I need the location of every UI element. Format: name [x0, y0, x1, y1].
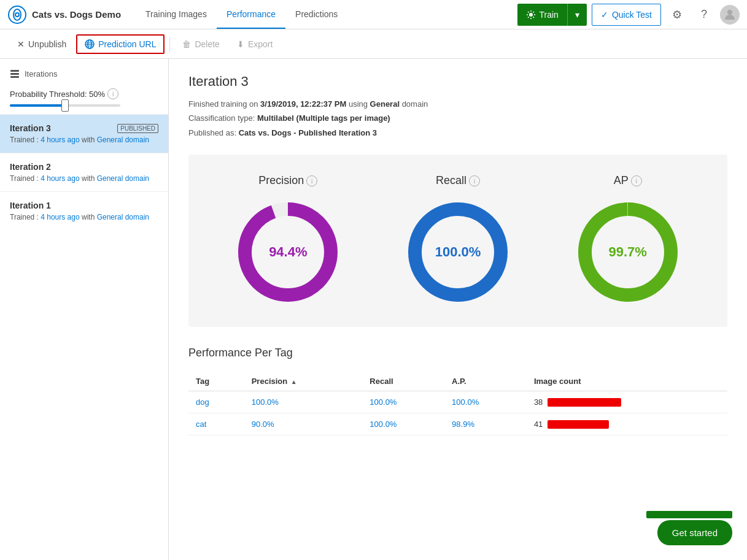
- delete-button[interactable]: 🗑 Delete: [175, 36, 226, 53]
- cat-precision: 90.0%: [244, 413, 363, 435]
- metrics-section: Precision i 94.4% Recall: [188, 155, 727, 327]
- ap-info-icon[interactable]: i: [631, 175, 642, 186]
- th-ap: A.P.: [444, 372, 527, 391]
- app-logo[interactable]: Cats vs. Dogs Demo: [7, 5, 121, 25]
- precision-title: Precision i: [258, 174, 317, 187]
- dog-precision: 100.0%: [244, 391, 363, 413]
- th-image-count: Image count: [527, 372, 727, 391]
- svg-rect-12: [10, 73, 19, 75]
- threshold-slider-container: [10, 104, 158, 107]
- main-content: Iteration 3 Finished training on 3/19/20…: [169, 59, 747, 560]
- check-icon: ✓: [601, 10, 608, 20]
- svg-point-5: [727, 10, 732, 15]
- th-precision[interactable]: Precision ▲: [244, 372, 363, 391]
- iterations-label: Iterations: [25, 69, 57, 79]
- tag-cell-dog: dog: [188, 391, 244, 413]
- train-dropdown-arrow[interactable]: ▾: [567, 4, 587, 26]
- get-started-button[interactable]: Get started: [657, 520, 732, 545]
- th-tag: Tag: [188, 372, 244, 391]
- sort-asc-icon: ▲: [291, 378, 297, 385]
- delete-label: Delete: [195, 39, 219, 49]
- dog-image-count-cell: 38: [527, 391, 727, 413]
- x-icon: ✕: [17, 39, 25, 49]
- ap-title: AP i: [614, 174, 642, 187]
- dog-bar-cell: 38: [534, 397, 720, 407]
- recall-title: Recall i: [436, 174, 480, 187]
- tag-cat-link[interactable]: cat: [196, 420, 206, 429]
- threshold-info-icon[interactable]: i: [107, 88, 118, 99]
- iteration-3-domain-link[interactable]: General domain: [97, 136, 149, 144]
- precision-card: Precision i 94.4%: [233, 174, 343, 307]
- iteration-meta: Finished training on 3/19/2019, 12:22:37…: [188, 97, 727, 140]
- dropdown-chevron-icon: ▾: [575, 10, 579, 20]
- slider-thumb[interactable]: [61, 99, 69, 112]
- threshold-section: Probability Threshold: 50% i: [0, 88, 168, 114]
- train-button-main[interactable]: Train: [517, 4, 567, 26]
- user-avatar[interactable]: [720, 5, 740, 25]
- svg-rect-11: [10, 70, 19, 72]
- recall-value: 100.0%: [435, 244, 481, 260]
- ap-donut: 99.7%: [573, 197, 683, 307]
- unpublish-button[interactable]: ✕ Unpublish: [10, 36, 74, 53]
- trash-icon: 🗑: [182, 39, 191, 49]
- prediction-url-button[interactable]: Prediction URL: [76, 34, 164, 54]
- logo-icon: [7, 5, 27, 25]
- iterations-header: Iterations: [0, 59, 168, 88]
- quick-test-button[interactable]: ✓ Quick Test: [592, 4, 661, 26]
- recall-donut: 100.0%: [403, 197, 513, 307]
- dog-bar: [548, 398, 621, 407]
- header: Cats vs. Dogs Demo Training Images Perfo…: [0, 0, 747, 29]
- precision-info-icon[interactable]: i: [306, 175, 317, 186]
- tag-cell-cat: cat: [188, 413, 244, 435]
- sidebar-item-iteration-1[interactable]: Iteration 1 Trained : 4 hours ago with G…: [0, 191, 168, 230]
- globe-icon: [85, 39, 95, 49]
- nav-tabs: Training Images Performance Predictions: [136, 1, 517, 29]
- iteration-2-header: Iteration 2: [10, 162, 158, 172]
- export-icon: ⬇: [237, 39, 244, 49]
- tab-training-images[interactable]: Training Images: [136, 1, 217, 29]
- sidebar: Iterations Probability Threshold: 50% i …: [0, 59, 169, 560]
- iteration-2-domain-link[interactable]: General domain: [97, 174, 149, 183]
- sidebar-item-iteration-3[interactable]: Iteration 3 PUBLISHED Trained : 4 hours …: [0, 114, 168, 153]
- cat-ap: 98.9%: [444, 413, 527, 435]
- slider-fill: [10, 104, 65, 107]
- recall-info-icon[interactable]: i: [469, 175, 480, 186]
- sidebar-item-iteration-2[interactable]: Iteration 2 Trained : 4 hours ago with G…: [0, 153, 168, 191]
- table-row: dog 100.0% 100.0% 100.0% 38: [188, 391, 727, 413]
- ap-card: AP i 99.7%: [573, 174, 683, 307]
- ap-value: 99.7%: [608, 244, 646, 260]
- export-button[interactable]: ⬇ Export: [230, 36, 280, 53]
- tab-predictions[interactable]: Predictions: [285, 1, 347, 29]
- settings-button[interactable]: ⚙: [666, 4, 688, 26]
- tag-dog-link[interactable]: dog: [196, 397, 209, 407]
- iteration-3-time-link[interactable]: 4 hours ago: [41, 136, 79, 144]
- tab-performance[interactable]: Performance: [217, 1, 285, 29]
- table-header-row: Tag Precision ▲ Recall A.P. Image count: [188, 372, 727, 391]
- perf-per-tag-title: Performance Per Tag: [188, 347, 727, 359]
- unpublish-label: Unpublish: [28, 39, 66, 49]
- iteration-1-domain-link[interactable]: General domain: [97, 213, 149, 221]
- avatar-icon: [722, 7, 737, 22]
- cat-bar: [548, 420, 609, 429]
- app-title: Cats vs. Dogs Demo: [32, 9, 121, 20]
- train-button[interactable]: Train ▾: [517, 4, 587, 26]
- prediction-url-label: Prediction URL: [98, 39, 156, 49]
- iteration-1-name: Iteration 1: [10, 201, 51, 210]
- iteration-3-header: Iteration 3 PUBLISHED: [10, 123, 158, 133]
- header-actions: Train ▾ ✓ Quick Test ⚙ ?: [517, 4, 740, 26]
- recall-card: Recall i 100.0%: [403, 174, 513, 307]
- precision-value: 94.4%: [269, 244, 307, 260]
- precision-donut: 94.4%: [233, 197, 343, 307]
- threshold-label: Probability Threshold: 50% i: [10, 88, 158, 99]
- cat-recall: 100.0%: [362, 413, 444, 435]
- dog-count: 38: [534, 397, 543, 407]
- quick-test-label: Quick Test: [612, 10, 652, 20]
- th-recall: Recall: [362, 372, 444, 391]
- iteration-2-time-link[interactable]: 4 hours ago: [41, 174, 79, 183]
- help-button[interactable]: ?: [693, 4, 715, 26]
- main-layout: Iterations Probability Threshold: 50% i …: [0, 59, 747, 560]
- iteration-1-time-link[interactable]: 4 hours ago: [41, 213, 79, 221]
- toolbar-separator: [169, 37, 170, 52]
- dog-recall: 100.0%: [362, 391, 444, 413]
- threshold-slider[interactable]: [10, 104, 120, 107]
